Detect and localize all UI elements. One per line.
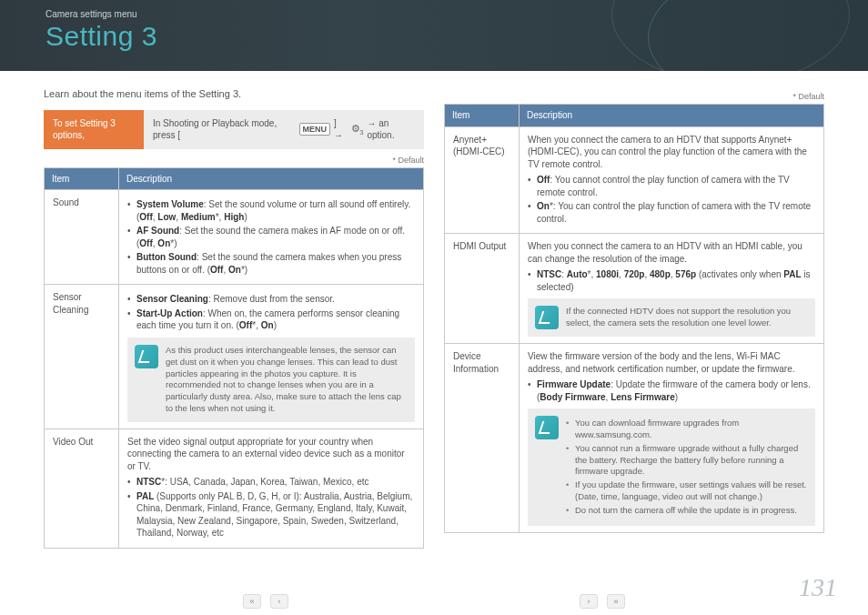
t: When you connect the camera to an HDTV w… bbox=[528, 240, 815, 265]
lead-mid: ] → bbox=[334, 117, 347, 142]
lead-row: To set Setting 3 options, In Shooting or… bbox=[44, 110, 424, 149]
page-title: Setting 3 bbox=[45, 21, 868, 52]
settings-table-left: Item Description Sound System Volume: Se… bbox=[44, 167, 424, 549]
nav-next-button[interactable]: › bbox=[580, 594, 598, 609]
t: 1080i bbox=[596, 269, 619, 279]
t: *: USA, Canada, Japan, Korea, Taiwan, Me… bbox=[161, 477, 368, 487]
nav-last-button[interactable]: » bbox=[607, 594, 625, 609]
right-column: * Default Item Description Anynet+ (HDMI… bbox=[444, 87, 824, 549]
t: ) bbox=[244, 212, 247, 222]
t: Off bbox=[139, 238, 152, 248]
t: On bbox=[261, 320, 274, 330]
lead-instruction: In Shooting or Playback mode, press [MEN… bbox=[144, 110, 424, 149]
t: AF Sound bbox=[136, 226, 179, 236]
t: When you connect the camera to an HDTV t… bbox=[528, 134, 815, 171]
lead-suffix: → an option. bbox=[367, 117, 415, 142]
t: Auto bbox=[567, 269, 588, 279]
t: Set the video signal output appropriate … bbox=[127, 436, 415, 473]
content: Learn about the menu items of the Settin… bbox=[0, 71, 868, 549]
t: NTSC bbox=[537, 269, 561, 279]
t: *) bbox=[241, 265, 247, 275]
t: ) bbox=[675, 392, 678, 402]
t: PAL bbox=[783, 269, 801, 279]
t: Sensor Cleaning bbox=[136, 294, 208, 304]
t: 576p bbox=[675, 269, 696, 279]
t: System Volume bbox=[136, 199, 204, 209]
t: On bbox=[228, 265, 241, 275]
t: Medium bbox=[181, 212, 216, 222]
th-desc: Description bbox=[520, 105, 824, 127]
t: Firmware Update bbox=[537, 379, 611, 389]
nav-first-button[interactable]: « bbox=[243, 594, 261, 609]
note-device: You can download firmware upgrades from … bbox=[528, 408, 815, 526]
t: *) bbox=[170, 238, 177, 248]
breadcrumb: Camera settings menu bbox=[45, 9, 868, 19]
note-sensor: As this product uses interchangeable len… bbox=[127, 338, 415, 422]
t: Off bbox=[139, 212, 152, 222]
row-hdmi: HDMI Output When you connect the camera … bbox=[445, 234, 824, 344]
t: Off bbox=[210, 265, 223, 275]
cell-item: HDMI Output bbox=[445, 234, 520, 344]
t: (activates only when bbox=[696, 269, 783, 279]
t: Lens Firmware bbox=[611, 392, 675, 402]
cell-item: Sensor Cleaning bbox=[45, 285, 119, 428]
nav-prev-button[interactable]: ‹ bbox=[270, 594, 288, 609]
note-text: If the connected HDTV does not support t… bbox=[566, 306, 808, 329]
cell-desc: Sensor Cleaning: Remove dust from the se… bbox=[119, 285, 424, 428]
nav-row: « ‹ › » bbox=[0, 591, 868, 611]
cell-desc: When you connect the camera to an HDTV t… bbox=[520, 126, 824, 234]
t: Start-Up Action bbox=[136, 308, 203, 318]
note-hdmi: If the connected HDTV does not support t… bbox=[528, 298, 815, 337]
cell-desc: Set the video signal output appropriate … bbox=[119, 428, 424, 548]
t: *: You can control the play function of … bbox=[537, 201, 811, 224]
t: Low bbox=[157, 212, 176, 222]
t: Button Sound bbox=[136, 252, 197, 262]
t: ) bbox=[274, 320, 277, 330]
cell-desc: When you connect the camera to an HDTV w… bbox=[520, 234, 824, 344]
note-text: You can download firmware upgrades from … bbox=[566, 416, 808, 519]
lead-prefix: In Shooting or Playback mode, press [ bbox=[153, 117, 296, 142]
t: Off bbox=[239, 320, 252, 330]
row-sensor: Sensor Cleaning Sensor Cleaning: Remove … bbox=[45, 285, 424, 428]
th-desc: Description bbox=[119, 167, 424, 190]
gear-icon: ⚙3 bbox=[351, 124, 364, 136]
cell-desc: System Volume: Set the sound volume or t… bbox=[119, 190, 424, 285]
t: On bbox=[157, 238, 170, 248]
t: *, bbox=[588, 269, 596, 279]
row-sound: Sound System Volume: Set the sound volum… bbox=[45, 190, 424, 285]
note-icon bbox=[535, 416, 559, 439]
cell-item: Device Information bbox=[445, 344, 520, 533]
t: High bbox=[224, 212, 244, 222]
t: (Supports only PAL B, D, G, H, or I): Au… bbox=[136, 491, 412, 539]
note-icon bbox=[135, 345, 158, 368]
t: 720p bbox=[624, 269, 645, 279]
row-video: Video Out Set the video signal output ap… bbox=[45, 428, 424, 548]
t: On bbox=[537, 201, 550, 211]
header-band: Camera settings menu Setting 3 bbox=[0, 0, 868, 71]
t: NTSC bbox=[136, 477, 161, 487]
cell-item: Sound bbox=[45, 190, 119, 285]
t: You cannot run a firmware upgrade withou… bbox=[566, 443, 808, 478]
note-icon bbox=[535, 306, 559, 329]
t: : You cannot control the play function o… bbox=[537, 175, 790, 197]
cell-desc: View the firmware version of the body an… bbox=[520, 344, 824, 533]
left-column: Learn about the menu items of the Settin… bbox=[44, 87, 424, 549]
t: You can download firmware upgrades from … bbox=[566, 418, 808, 441]
row-anynet: Anynet+ (HDMI-CEC) When you connect the … bbox=[445, 126, 824, 234]
cell-item: Video Out bbox=[45, 428, 119, 548]
t: If you update the firmware, user setting… bbox=[566, 479, 808, 503]
t: *, bbox=[252, 320, 260, 330]
t: *, bbox=[216, 212, 224, 222]
t: PAL bbox=[136, 491, 154, 501]
default-note-left: * Default bbox=[44, 155, 424, 166]
t: : Remove dust from the sensor. bbox=[208, 294, 335, 304]
th-item: Item bbox=[445, 105, 520, 127]
t: 480p bbox=[650, 269, 671, 279]
t: Do not turn the camera off while the upd… bbox=[566, 505, 808, 517]
t: Body Firmware bbox=[540, 392, 605, 402]
row-device: Device Information View the firmware ver… bbox=[445, 344, 824, 533]
t: Off bbox=[537, 175, 550, 185]
cell-item: Anynet+ (HDMI-CEC) bbox=[445, 126, 520, 234]
th-item: Item bbox=[45, 167, 119, 190]
note-text: As this product uses interchangeable len… bbox=[166, 345, 408, 415]
